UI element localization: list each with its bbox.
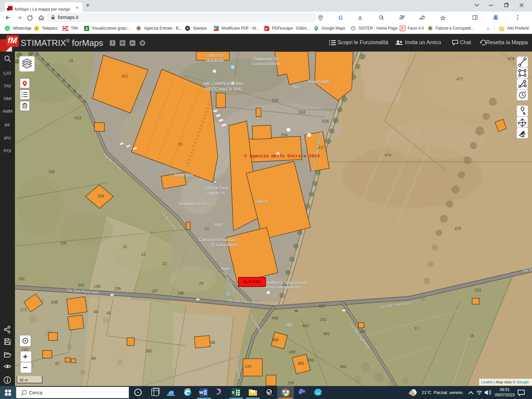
svg-text:Auto: Auto bbox=[221, 266, 230, 271]
svg-text:477: 477 bbox=[457, 77, 463, 81]
svg-text:363: 363 bbox=[307, 358, 314, 362]
svg-text:M: M bbox=[231, 66, 234, 69]
svg-text:478: 478 bbox=[508, 57, 514, 61]
svg-text:45: 45 bbox=[106, 311, 111, 316]
svg-text:21: 21 bbox=[123, 244, 127, 249]
svg-text:12: 12 bbox=[204, 226, 209, 231]
svg-text:NR CARPENTERIA: NR CARPENTERIA bbox=[203, 81, 243, 86]
svg-text:»: » bbox=[487, 26, 489, 31]
svg-text:526: 526 bbox=[322, 119, 329, 124]
svg-text:Logistic In: Logistic In bbox=[206, 191, 225, 196]
svg-text:233: 233 bbox=[474, 288, 481, 293]
svg-text:Di Loua Marco: Di Loua Marco bbox=[211, 242, 238, 247]
svg-text:Nico: Nico bbox=[292, 84, 300, 88]
svg-text:10: 10 bbox=[178, 142, 183, 147]
svg-text:NIGI Srl: NIGI Srl bbox=[209, 53, 223, 58]
svg-text:197: 197 bbox=[151, 289, 158, 294]
svg-text:Glifo.n: Glifo.n bbox=[255, 199, 267, 204]
svg-text:Leaflet | Map data © Google: Leaflet | Map data © Google bbox=[481, 380, 529, 384]
svg-text:204: 204 bbox=[281, 133, 288, 137]
svg-text:30 m: 30 m bbox=[19, 378, 28, 382]
svg-text:42: 42 bbox=[55, 361, 60, 366]
svg-text:475: 475 bbox=[455, 226, 461, 231]
svg-text:196: 196 bbox=[177, 291, 184, 296]
svg-text:idrauliche: idrauliche bbox=[206, 58, 224, 63]
svg-text:492: 492 bbox=[303, 324, 309, 328]
svg-text:Tendasol (S.R.L.): Tendasol (S.R.L.) bbox=[178, 201, 210, 206]
svg-text:259: 259 bbox=[287, 381, 294, 385]
svg-text:X: X bbox=[232, 390, 235, 395]
svg-text:Autofficina Spazio Auto: Autofficina Spazio Auto bbox=[263, 280, 307, 285]
svg-text:523: 523 bbox=[272, 98, 279, 103]
svg-text:360: 360 bbox=[340, 364, 346, 369]
svg-text:Filati FABR: Filati FABR bbox=[308, 79, 329, 84]
svg-text:24: 24 bbox=[199, 281, 203, 286]
svg-text:368: 368 bbox=[272, 337, 279, 342]
svg-text:482: 482 bbox=[319, 304, 325, 309]
svg-text:491: 491 bbox=[323, 332, 330, 336]
svg-text:G: G bbox=[338, 15, 343, 21]
svg-text:155: 155 bbox=[48, 170, 55, 174]
svg-text:143: 143 bbox=[245, 364, 251, 369]
svg-text:474: 474 bbox=[385, 153, 391, 158]
svg-text:411: 411 bbox=[121, 74, 128, 78]
svg-text:963: 963 bbox=[298, 361, 304, 366]
svg-text:199: 199 bbox=[94, 284, 100, 289]
svg-text:Bolo: Bolo bbox=[214, 222, 223, 227]
svg-text:413: 413 bbox=[75, 116, 81, 120]
svg-text:Carpmetal Srl: Carpmetal Srl bbox=[253, 57, 279, 61]
svg-text:142: 142 bbox=[320, 317, 327, 322]
svg-text:MECCANICA SRL: MECCANICA SRL bbox=[205, 86, 242, 91]
svg-text:350: 350 bbox=[146, 349, 152, 353]
svg-text:Fg 19 P.391: Fg 19 P.391 bbox=[243, 280, 261, 284]
svg-text:18: 18 bbox=[469, 333, 474, 338]
svg-text:246: 246 bbox=[51, 300, 58, 305]
svg-text:Almar Gro: Almar Gro bbox=[174, 173, 193, 178]
svg-text:Carrozzeria Eurocar I: Carrozzeria Eurocar I bbox=[199, 237, 238, 242]
svg-text:OUTLOOK: OUTLOOK bbox=[266, 395, 274, 396]
svg-text:201: 201 bbox=[18, 277, 25, 281]
svg-text:198: 198 bbox=[114, 286, 121, 291]
svg-text:489: 489 bbox=[272, 316, 278, 321]
svg-text:23: 23 bbox=[162, 261, 167, 266]
svg-text:© Agenzia delle Entrate 2023: © Agenzia delle Entrate 2023 bbox=[244, 154, 320, 159]
svg-text:171: 171 bbox=[20, 308, 27, 312]
svg-text:officina autoriparazioni: officina autoriparazioni bbox=[263, 285, 300, 289]
svg-text:48: 48 bbox=[210, 340, 215, 345]
svg-text:200: 200 bbox=[78, 283, 84, 288]
svg-text:Chimar Pack: Chimar Pack bbox=[205, 186, 229, 190]
svg-text:F: F bbox=[401, 27, 404, 31]
svg-text:490: 490 bbox=[289, 350, 296, 354]
svg-text:527: 527 bbox=[318, 145, 325, 150]
svg-text:T: T bbox=[299, 391, 301, 394]
svg-text:W: W bbox=[199, 390, 203, 395]
svg-text:160: 160 bbox=[359, 329, 366, 334]
svg-text:Costruzione Im: Costruzione Im bbox=[252, 62, 280, 66]
svg-text:A: A bbox=[85, 27, 88, 31]
svg-text:22: 22 bbox=[141, 252, 146, 257]
svg-text:46: 46 bbox=[91, 356, 96, 361]
svg-text:P: P bbox=[265, 27, 267, 31]
svg-text:44: 44 bbox=[93, 310, 98, 314]
svg-text:17: 17 bbox=[414, 326, 419, 331]
svg-text:524: 524 bbox=[299, 110, 305, 115]
svg-text:358: 358 bbox=[97, 194, 104, 199]
svg-text:74: 74 bbox=[68, 59, 73, 63]
svg-text:231: 231 bbox=[61, 241, 67, 245]
